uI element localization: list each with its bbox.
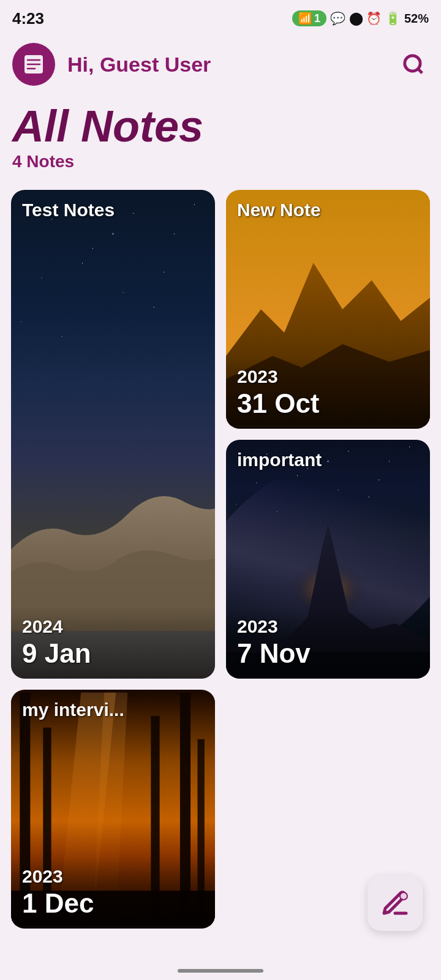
note-title-new: New Note	[237, 200, 419, 221]
note-card-test-notes[interactable]: Test Notes 2024 9 Jan	[11, 190, 215, 679]
svg-point-4	[405, 56, 420, 71]
greeting-text: Hi, Guest User	[67, 53, 386, 77]
note-date-area-test: 2024 9 Jan	[11, 606, 215, 679]
battery-percent: 52%	[404, 12, 429, 26]
page-title: All Notes	[12, 104, 429, 148]
note-year-new: 2023	[237, 366, 419, 387]
note-title-test: Test Notes	[22, 200, 204, 221]
note-year-important: 2023	[237, 616, 419, 637]
note-date-intervi: 1 Dec	[22, 888, 204, 919]
dot-icon: ⬤	[349, 11, 363, 26]
notes-grid: Test Notes 2024 9 Jan	[0, 178, 441, 941]
note-card-important[interactable]: important 2023 7 Nov	[226, 440, 430, 679]
note-card-my-intervi[interactable]: my intervi... 2023 1 Dec	[11, 690, 215, 929]
status-bar: 4:23 📶 1 💬 ⬤ ⏰ 🔋 52%	[0, 0, 441, 37]
notes-count: 4 Notes	[12, 152, 429, 172]
note-date-area-new: 2023 31 Oct	[226, 356, 430, 429]
page-title-area: All Notes 4 Notes	[0, 92, 441, 178]
home-indicator	[178, 969, 263, 973]
battery-icon: 🔋	[385, 11, 401, 26]
wifi-badge: 📶 1	[292, 10, 326, 26]
wifi-icon: 📶	[298, 12, 312, 25]
svg-point-15	[400, 892, 407, 900]
status-time: 4:23	[12, 9, 44, 28]
note-title-important: important	[237, 450, 419, 470]
whatsapp-icon: 💬	[330, 11, 345, 26]
app-header: Hi, Guest User	[0, 37, 441, 92]
note-title-intervi: my intervi...	[22, 699, 204, 720]
signal-count: 1	[314, 12, 320, 25]
status-icons: 📶 1 💬 ⬤ ⏰ 🔋 52%	[292, 10, 429, 26]
note-date-area-important: 2023 7 Nov	[226, 606, 430, 679]
note-bg-test	[11, 190, 215, 679]
note-date-new: 31 Oct	[237, 388, 419, 419]
fab-edit-icon	[380, 889, 410, 918]
alarm-icon: ⏰	[366, 11, 382, 26]
note-year-intervi: 2023	[22, 866, 204, 887]
app-logo	[12, 43, 55, 86]
note-year-test: 2024	[22, 616, 204, 637]
note-date-area-intervi: 2023 1 Dec	[11, 856, 215, 929]
fab-create-button[interactable]	[368, 876, 423, 931]
search-button[interactable]	[398, 49, 429, 80]
note-date-test: 9 Jan	[22, 638, 204, 669]
note-date-important: 7 Nov	[237, 638, 419, 669]
search-icon	[402, 53, 425, 76]
note-card-new-note[interactable]: New Note 2023 31 Oct	[226, 190, 430, 429]
notes-logo-icon	[21, 52, 46, 77]
